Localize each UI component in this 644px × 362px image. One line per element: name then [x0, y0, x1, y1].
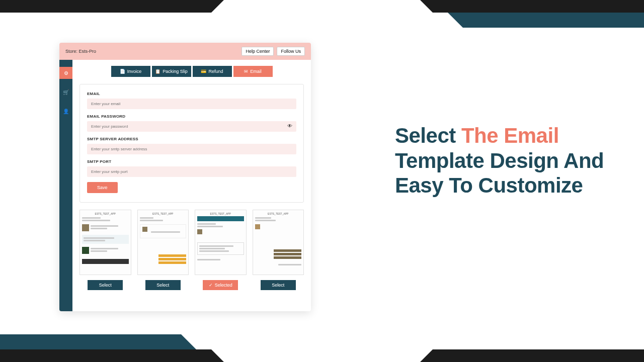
tab-refund[interactable]: 💳Refund: [193, 66, 232, 77]
tab-invoice-label: Invoice: [127, 69, 142, 74]
user-icon: 👤: [63, 109, 69, 114]
template-preview-4[interactable]: ESTS_TEST_APP: [253, 210, 304, 275]
store-name: Ests-Pro: [79, 49, 97, 54]
gear-icon: ⚙: [64, 70, 68, 76]
decoration-top-left: [0, 0, 211, 13]
template-preview-2[interactable]: ESTS_TEST_APP: [137, 210, 189, 275]
decoration-bottom-right: [433, 349, 644, 362]
template-title: ESTS_TEST_APP: [197, 212, 244, 215]
template-card-4: ESTS_TEST_APP Select: [253, 210, 304, 290]
sidebar-item-cart[interactable]: 🛒: [59, 86, 72, 98]
main-panel: 📄Invoice 📋Packing Slip 💳Refund ✉Email EM…: [72, 60, 311, 311]
select-template-4-button[interactable]: Select: [261, 280, 296, 290]
save-button[interactable]: Save: [87, 182, 118, 193]
template-grid: ESTS_TEST_APP Select ESTS_TEST_APP: [79, 210, 304, 290]
template-title: ESTS_TEST_APP: [140, 212, 187, 215]
smtp-form: EMAIL EMAIL PASSWORD 👁 SMTP SERVER ADDRE…: [79, 84, 304, 203]
store-label: Store: Ests-Pro: [65, 49, 96, 54]
sidebar-item-settings[interactable]: ⚙: [59, 67, 72, 79]
tab-packing-label: Packing Slip: [163, 69, 188, 74]
headline-part2: Template Design And Easy To Customize: [395, 149, 604, 198]
slip-icon: 📋: [155, 69, 160, 74]
smtp-server-label: SMTP SERVER ADDRESS: [87, 137, 296, 141]
smtp-port-label: SMTP PORT: [87, 159, 296, 164]
follow-us-button[interactable]: Follow Us: [277, 47, 305, 56]
tab-email-label: Email: [250, 69, 262, 74]
template-preview-1[interactable]: ESTS_TEST_APP: [79, 210, 131, 275]
file-icon: 📄: [120, 69, 125, 74]
email-label: EMAIL: [87, 92, 296, 96]
decoration-top-right-teal: [463, 13, 644, 28]
tabs: 📄Invoice 📋Packing Slip 💳Refund ✉Email: [79, 66, 304, 77]
template-title: ESTS_TEST_APP: [255, 212, 302, 215]
cart-icon: 🛒: [63, 89, 69, 95]
decoration-bottom-left-teal: [0, 334, 181, 349]
tab-packing-slip[interactable]: 📋Packing Slip: [152, 66, 191, 77]
refund-icon: 💳: [201, 69, 206, 74]
mail-icon: ✉: [244, 69, 248, 74]
password-label: EMAIL PASSWORD: [87, 114, 296, 119]
marketing-headline: Select The Email Template Design And Eas…: [395, 123, 606, 198]
headline-part1: Select: [395, 124, 461, 147]
store-label-text: Store:: [65, 49, 77, 54]
email-input[interactable]: [87, 99, 296, 109]
select-template-2-button[interactable]: Select: [145, 280, 181, 290]
check-icon: ✓: [209, 283, 213, 288]
selected-label: Selected: [215, 283, 232, 288]
topbar: Store: Ests-Pro Help Center Follow Us: [59, 43, 311, 60]
sidebar-item-user[interactable]: 👤: [59, 105, 72, 117]
help-center-button[interactable]: Help Center: [242, 47, 274, 56]
decoration-top-right-dark: [433, 0, 644, 13]
smtp-port-input[interactable]: [87, 166, 296, 177]
tab-email[interactable]: ✉Email: [233, 66, 273, 77]
template-title: ESTS_TEST_APP: [82, 212, 129, 215]
tab-refund-label: Refund: [208, 69, 223, 74]
sidebar: ⚙ 🛒 👤: [59, 60, 72, 311]
tab-invoice[interactable]: 📄Invoice: [111, 66, 150, 77]
password-input[interactable]: [87, 121, 296, 132]
template-card-3: ESTS_TEST_APP ✓Selected: [195, 210, 247, 290]
selected-template-3-button[interactable]: ✓Selected: [203, 280, 238, 290]
app-window: Store: Ests-Pro Help Center Follow Us ⚙ …: [59, 43, 311, 311]
select-template-1-button[interactable]: Select: [88, 280, 123, 290]
headline-accent: The Email: [461, 124, 559, 147]
template-preview-3[interactable]: ESTS_TEST_APP: [195, 210, 247, 275]
smtp-server-input[interactable]: [87, 144, 296, 154]
eye-icon[interactable]: 👁: [287, 123, 292, 129]
template-card-2: ESTS_TEST_APP: [137, 210, 189, 290]
template-card-1: ESTS_TEST_APP Select: [79, 210, 131, 290]
decoration-bottom-left-dark: [0, 349, 211, 362]
